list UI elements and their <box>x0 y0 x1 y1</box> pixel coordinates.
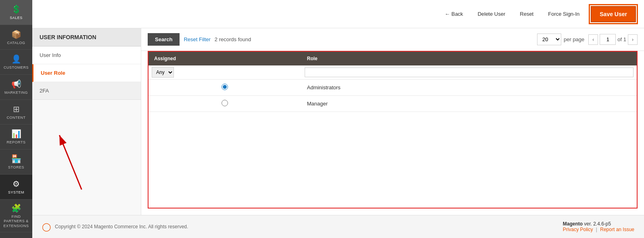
page-number-input[interactable] <box>600 34 616 45</box>
nav-item-user-role[interactable]: User Role <box>32 64 141 82</box>
sidebar-label-reports: REPORTS <box>7 140 26 145</box>
radio-manager[interactable] <box>222 100 228 106</box>
sidebar-item-system[interactable]: ⚙ SYSTEM <box>0 175 32 200</box>
next-page-button[interactable]: › <box>628 34 638 45</box>
report-issue-link[interactable]: Report an Issue <box>600 227 634 232</box>
sidebar-item-extensions[interactable]: 🧩 FIND PARTNERS & EXTENSIONS <box>0 200 32 232</box>
right-panel: Search Reset Filter 2 records found 20 5… <box>141 28 644 215</box>
force-signin-button[interactable]: Force Sign-In <box>545 8 583 19</box>
role-cell-1: Administrators <box>301 80 637 96</box>
extensions-icon: 🧩 <box>11 203 21 213</box>
role-name-administrators: Administrators <box>307 84 341 91</box>
reset-filter-button[interactable]: Reset Filter <box>184 36 210 42</box>
per-page-label: per page <box>564 36 584 42</box>
sidebar-label-content: CONTENT <box>7 116 26 120</box>
sidebar-label-system: SYSTEM <box>8 190 24 195</box>
top-toolbar: ← Back Delete User Reset Force Sign-In S… <box>32 0 644 28</box>
sidebar-item-stores[interactable]: 🏪 STORES <box>0 150 32 175</box>
footer-right: Magento ver. 2.4.6-p5 Privacy Policy | R… <box>563 221 634 232</box>
reset-button[interactable]: Reset <box>516 8 537 19</box>
assigned-cell-1 <box>148 80 301 96</box>
prev-page-button[interactable]: ‹ <box>588 34 598 45</box>
per-page-select[interactable]: 20 50 100 <box>537 34 561 45</box>
sales-icon: 💲 <box>11 4 21 15</box>
sidebar-label-customers: CUSTOMERS <box>4 65 29 70</box>
main-content: ← Back Delete User Reset Force Sign-In S… <box>32 0 644 238</box>
table-row: Manager <box>148 96 637 112</box>
customers-icon: 👤 <box>11 54 21 64</box>
assigned-cell-2 <box>148 96 301 112</box>
footer-divider: | <box>596 227 598 232</box>
search-toolbar: Search Reset Filter 2 records found 20 5… <box>141 28 644 51</box>
reports-icon: 📊 <box>11 128 21 139</box>
footer-version-label: Magento <box>563 221 583 227</box>
sidebar-item-sales[interactable]: 💲 SALES <box>0 0 32 25</box>
roles-table: Assigned Role Any <box>148 52 637 112</box>
sidebar-label-marketing: MARKETING <box>4 91 28 95</box>
footer-copyright: Copyright © 2024 Magento Commerce Inc. A… <box>55 224 188 230</box>
records-found: 2 records found <box>215 36 251 42</box>
sidebar: 💲 SALES 📦 CATALOG 👤 CUSTOMERS 📢 MARKETIN… <box>0 0 32 238</box>
footer-left: ◯ Copyright © 2024 Magento Commerce Inc.… <box>42 222 188 232</box>
delete-user-button[interactable]: Delete User <box>475 8 509 19</box>
col-assigned: Assigned <box>148 52 301 65</box>
search-button[interactable]: Search <box>148 33 180 46</box>
nav-item-2fa[interactable]: 2FA <box>32 82 141 100</box>
role-name-manager: Manager <box>307 101 328 107</box>
sidebar-label-catalog: CATALOG <box>7 41 25 46</box>
back-button[interactable]: ← Back <box>441 8 466 19</box>
table-row: Administrators <box>148 80 637 96</box>
filter-assigned-select[interactable]: Any Yes No <box>152 67 174 78</box>
content-icon: ⊞ <box>13 104 20 114</box>
save-user-button[interactable]: Save User <box>591 6 636 22</box>
sidebar-item-reports[interactable]: 📊 REPORTS <box>0 124 32 150</box>
stores-icon: 🏪 <box>11 154 21 164</box>
panel-header: USER INFORMATION <box>32 28 141 46</box>
catalog-icon: 📦 <box>11 29 21 40</box>
arrow-annotation <box>32 100 141 215</box>
table-header-row: Assigned Role <box>148 52 637 65</box>
footer-version-number: ver. 2.4.6-p5 <box>584 221 611 227</box>
nav-item-user-info[interactable]: User Info <box>32 46 141 64</box>
system-icon: ⚙ <box>13 179 20 189</box>
filter-assigned-cell: Any Yes No <box>148 65 301 80</box>
roles-table-wrapper: Assigned Role Any <box>148 51 638 209</box>
sidebar-item-catalog[interactable]: 📦 CATALOG <box>0 25 32 50</box>
filter-role-cell <box>301 65 637 80</box>
page-body: USER INFORMATION User Info User Role 2FA <box>32 28 644 215</box>
role-cell-2: Manager <box>301 96 637 112</box>
left-panel: USER INFORMATION User Info User Role 2FA <box>32 28 141 215</box>
sidebar-label-sales: SALES <box>10 16 23 21</box>
sidebar-label-extensions: FIND PARTNERS & EXTENSIONS <box>2 215 31 229</box>
privacy-policy-link[interactable]: Privacy Policy <box>563 227 593 232</box>
filter-row: Any Yes No <box>148 65 637 80</box>
filter-role-input[interactable] <box>305 67 634 77</box>
per-page-container: 20 50 100 per page <box>537 34 584 45</box>
page-total: of 1 <box>617 36 626 42</box>
radio-administrators[interactable] <box>222 84 228 90</box>
magento-icon: ◯ <box>42 222 51 232</box>
sidebar-item-content[interactable]: ⊞ CONTENT <box>0 100 32 125</box>
sidebar-item-customers[interactable]: 👤 CUSTOMERS <box>0 50 32 75</box>
svg-line-1 <box>59 135 82 190</box>
sidebar-item-marketing[interactable]: 📢 MARKETING <box>0 75 32 100</box>
footer: ◯ Copyright © 2024 Magento Commerce Inc.… <box>32 215 644 238</box>
col-role: Role <box>301 52 637 65</box>
marketing-icon: 📢 <box>11 79 21 89</box>
sidebar-label-stores: STORES <box>8 165 24 170</box>
pagination: ‹ of 1 › <box>588 34 638 45</box>
